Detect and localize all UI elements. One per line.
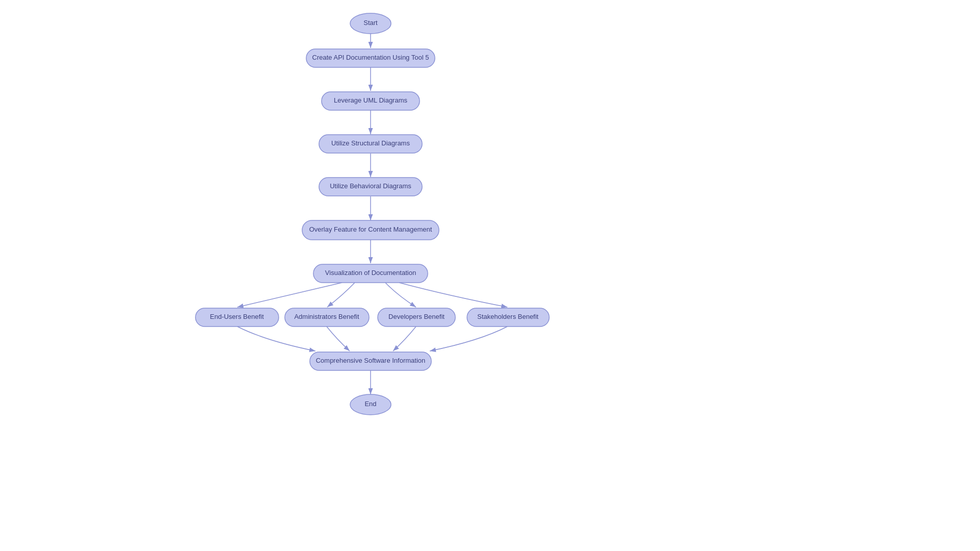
arrow-vis-endusers <box>237 283 342 307</box>
node-developers-label: Developers Benefit <box>388 313 445 320</box>
node-admins-label: Administrators Benefit <box>294 313 359 320</box>
node-behavioral-label: Utilize Behavioral Diagrams <box>330 182 411 190</box>
node-leverage-uml-label: Leverage UML Diagrams <box>334 96 408 104</box>
arrow-endusers-comprehensive <box>237 327 315 351</box>
arrow-vis-stakeholders <box>399 283 507 307</box>
node-endusers-label: End-Users Benefit <box>210 313 264 320</box>
node-create-api-label: Create API Documentation Using Tool 5 <box>312 54 429 61</box>
diagram-container: Start Create API Documentation Using Too… <box>0 0 980 551</box>
node-end-label: End <box>364 400 376 408</box>
node-stakeholders-label: Stakeholders Benefit <box>477 313 538 320</box>
node-overlay-label: Overlay Feature for Content Management <box>309 226 432 233</box>
arrow-admins-comprehensive <box>327 327 350 351</box>
node-visualization-label: Visualization of Documentation <box>325 269 416 277</box>
arrow-stakeholders-comprehensive <box>430 327 507 351</box>
arrow-vis-developers <box>385 283 416 307</box>
node-structural-label: Utilize Structural Diagrams <box>331 139 410 147</box>
arrow-developers-comprehensive <box>393 327 416 351</box>
arrow-vis-admins <box>327 283 355 307</box>
node-start-label: Start <box>363 19 378 27</box>
node-comprehensive-label: Comprehensive Software Information <box>316 357 426 364</box>
